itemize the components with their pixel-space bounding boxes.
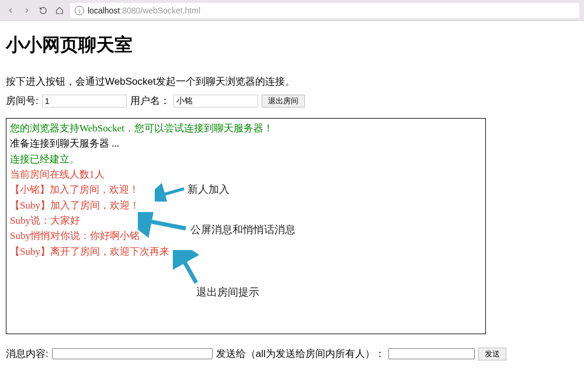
room-input[interactable] [42, 95, 127, 107]
exit-room-button[interactable]: 退出房间 [262, 95, 305, 107]
message-send-form: 消息内容: 发送给（all为发送给房间内所有人）： 发送 [6, 347, 578, 360]
home-button[interactable] [54, 5, 65, 16]
username-input[interactable] [173, 95, 258, 107]
send-target-input[interactable] [388, 348, 475, 359]
message-input[interactable] [52, 348, 213, 359]
annotation-new-join: 新人加入 [187, 182, 230, 198]
url-host: localhost [88, 6, 120, 15]
annotation-public-private: 公屏消息和悄悄话消息 [190, 222, 296, 238]
send-to-label: 发送给（all为发送给房间内所有人）： [216, 347, 385, 360]
forward-button[interactable] [21, 5, 33, 16]
msg-leave: 【Suby】离开了房间，欢迎下次再来 [10, 244, 482, 259]
room-label: 房间号: [6, 94, 39, 107]
send-button[interactable]: 发送 [478, 348, 506, 360]
page-description: 按下进入按钮，会通过WebSocket发起一个到聊天浏览器的连接。 [6, 75, 578, 88]
back-button[interactable] [5, 5, 16, 16]
browser-toolbar: i localhost:8080/webSocket.html [0, 0, 584, 21]
msg-preparing: 准备连接到聊天服务器 ... [10, 136, 482, 151]
user-label: 用户名： [130, 94, 170, 107]
chat-log-box: 您的浏览器支持WebSocket．您可以尝试连接到聊天服务器！ 准备连接到聊天服… [6, 118, 486, 334]
msg-join-2: 【Suby】加入了房间，欢迎！ [10, 198, 482, 213]
msg-established: 连接已经建立。 [10, 152, 482, 167]
message-label: 消息内容: [6, 347, 48, 360]
annotation-exit-notice: 退出房间提示 [196, 285, 259, 301]
page-title: 小小网页聊天室 [6, 33, 578, 57]
page-content: 小小网页聊天室 按下进入按钮，会通过WebSocket发起一个到聊天浏览器的连接… [0, 21, 584, 365]
msg-support: 您的浏览器支持WebSocket．您可以尝试连接到聊天服务器！ [10, 121, 482, 136]
address-bar[interactable]: i localhost:8080/webSocket.html [70, 3, 579, 18]
reload-button[interactable] [37, 5, 49, 16]
url-path: :8080/webSocket.html [120, 6, 200, 15]
info-icon: i [75, 6, 84, 15]
msg-online-count: 当前房间在线人数1人 [10, 167, 482, 182]
msg-join-1: 【小铭】加入了房间，欢迎！ [10, 182, 482, 197]
svg-line-5 [181, 256, 196, 283]
room-user-form: 房间号: 用户名： 退出房间 [6, 94, 578, 107]
